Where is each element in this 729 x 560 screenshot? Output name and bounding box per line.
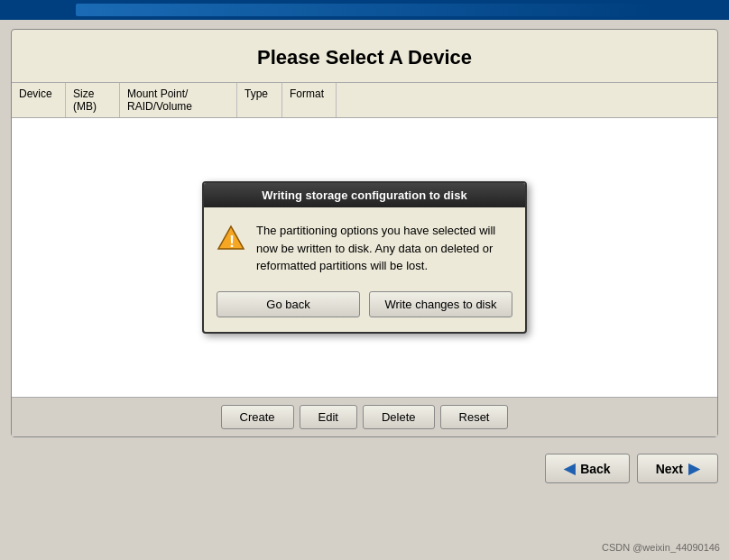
title-area: Please Select A Device [12,30,717,83]
dialog-title: Writing storage configuration to disk [262,188,466,202]
reset-button[interactable]: Reset [440,405,509,429]
dialog: Writing storage configuration to disk ! … [202,181,527,334]
edit-button[interactable]: Edit [300,405,357,429]
dialog-buttons: Go back Write changes to disk [217,291,512,317]
dialog-message: The partitioning options you have select… [256,222,512,275]
back-label: Back [580,462,610,476]
col-header-format: Format [282,83,337,117]
write-changes-button[interactable]: Write changes to disk [369,291,512,317]
delete-button[interactable]: Delete [363,405,435,429]
svg-text:!: ! [229,233,235,251]
col-header-device: Device [12,83,66,117]
dialog-title-bar: Writing storage configuration to disk [204,183,525,207]
content-area: Writing storage configuration to disk ! … [12,118,717,398]
create-button[interactable]: Create [221,405,294,429]
back-arrow-icon: ◀ [564,460,575,477]
nav-bar: ◀ Back Next ▶ [0,446,729,491]
go-back-button[interactable]: Go back [217,291,360,317]
top-bar [0,0,729,20]
col-header-mount: Mount Point/ RAID/Volume [120,83,237,117]
next-button[interactable]: Next ▶ [637,454,718,483]
top-bar-progress [76,4,653,16]
watermark: CSDN @weixin_44090146 [602,542,720,553]
next-label: Next [656,462,683,476]
dialog-body: ! The partitioning options you have sele… [204,207,525,332]
dialog-overlay: Writing storage configuration to disk ! … [12,118,717,397]
back-button[interactable]: ◀ Back [545,454,629,483]
table-header: Device Size (MB) Mount Point/ RAID/Volum… [12,83,717,118]
col-header-type: Type [237,83,282,117]
action-bar: Create Edit Delete Reset [12,398,717,436]
next-arrow-icon: ▶ [688,460,699,477]
main-container: Please Select A Device Device Size (MB) … [11,29,718,437]
warning-icon: ! [217,224,245,252]
dialog-message-row: ! The partitioning options you have sele… [217,222,512,275]
page-title: Please Select A Device [30,46,699,69]
col-header-size: Size (MB) [66,83,120,117]
